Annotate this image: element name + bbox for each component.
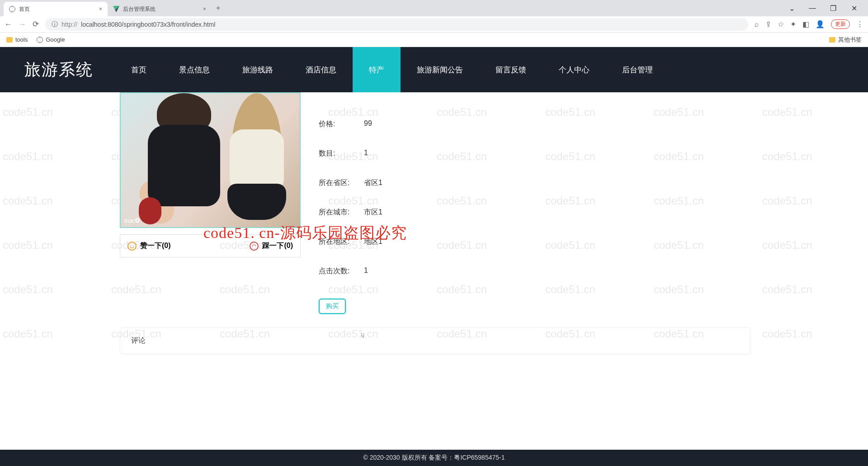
comment-section-header: 评论 <box>120 328 750 354</box>
like-label: 赞一下(0) <box>140 241 171 251</box>
browser-tab-inactive[interactable]: 后台管理系统 × <box>108 2 212 16</box>
nav-item-4[interactable]: 特产 <box>353 47 401 92</box>
bookmark-tools[interactable]: tools <box>6 36 28 43</box>
main-nav: 首页景点信息旅游线路酒店信息特产旅游新闻公告留言反馈个人中心后台管理 <box>115 47 669 92</box>
vue-icon <box>113 6 119 12</box>
url-text: localhost:8080/springboot073x3/front/ind… <box>81 21 215 28</box>
detail-value: 地区1 <box>364 237 382 247</box>
detail-label: 所在地区: <box>319 237 364 247</box>
detail-row: 所在地区:地区1 <box>319 237 382 247</box>
close-icon[interactable]: × <box>203 6 206 12</box>
tab-title: 后台管理系统 <box>123 5 156 13</box>
dislike-button[interactable]: ◠ 踩一下(0) <box>250 241 293 251</box>
smile-icon: ◡ <box>127 242 137 251</box>
detail-label: 所在城市: <box>319 208 364 217</box>
dislike-label: 踩一下(0) <box>262 241 293 251</box>
profile-icon[interactable]: 👤 <box>816 20 825 29</box>
chevron-down-icon[interactable]: ⌄ <box>781 1 802 15</box>
new-tab-button[interactable]: + <box>212 4 225 12</box>
tab-title: 首页 <box>19 5 30 13</box>
bookmark-google[interactable]: Google <box>37 36 65 43</box>
star-icon[interactable]: ☆ <box>778 20 784 29</box>
detail-row: 所在省区:省区1 <box>319 178 382 188</box>
detail-row: 价格:99 <box>319 119 382 129</box>
address-bar: ← → ⟳ ⓘ http://localhost:8080/springboot… <box>0 16 868 33</box>
bookmark-label: 其他书签 <box>838 36 862 44</box>
close-window-button[interactable]: ✕ <box>844 1 864 15</box>
info-icon: ⓘ <box>52 20 58 29</box>
detail-label: 点击次数: <box>319 266 364 276</box>
product-image: mac✿ <box>120 92 301 228</box>
detail-value: 市区1 <box>364 208 382 217</box>
nav-item-1[interactable]: 景点信息 <box>163 47 226 92</box>
share-icon[interactable]: ⇪ <box>765 20 771 29</box>
detail-value: 省区1 <box>364 178 382 188</box>
nav-item-2[interactable]: 旅游线路 <box>226 47 289 92</box>
bookmark-label: tools <box>15 36 28 43</box>
rating-box: ◡ 赞一下(0) ◠ 踩一下(0) <box>120 234 301 257</box>
url-input[interactable]: ⓘ http://localhost:8080/springboot073x3/… <box>45 18 748 31</box>
browser-tab-active[interactable]: 首页 × <box>4 2 108 16</box>
detail-value: 1 <box>364 266 368 276</box>
nav-item-7[interactable]: 个人中心 <box>542 47 606 92</box>
detail-value: 1 <box>364 149 368 158</box>
product-detail: mac✿ ◡ 赞一下(0) ◠ 踩一下(0) 价格:99数目:1所在省区:省区1… <box>0 92 868 314</box>
nav-item-6[interactable]: 留言反馈 <box>479 47 542 92</box>
nav-item-0[interactable]: 首页 <box>115 47 163 92</box>
url-scheme: http:// <box>61 21 77 28</box>
product-left-column: mac✿ ◡ 赞一下(0) ◠ 踩一下(0) <box>120 92 301 314</box>
minimize-button[interactable]: — <box>802 1 823 15</box>
detail-label: 所在省区: <box>319 178 364 188</box>
window-controls: ⌄ — ❐ ✕ <box>781 1 864 15</box>
nav-item-5[interactable]: 旅游新闻公告 <box>401 47 479 92</box>
bookmark-other[interactable]: 其他书签 <box>829 36 862 44</box>
detail-row: 数目:1 <box>319 149 382 158</box>
buy-button[interactable]: 购买 <box>319 299 346 314</box>
globe-icon <box>37 37 43 43</box>
forward-button[interactable]: → <box>19 20 26 29</box>
folder-icon <box>6 37 13 43</box>
folder-icon <box>829 37 835 43</box>
nav-item-3[interactable]: 酒店信息 <box>289 47 353 92</box>
browser-chrome: 首页 × 后台管理系统 × + ⌄ — ❐ ✕ ← → ⟳ ⓘ http://l… <box>0 0 868 47</box>
key-icon[interactable]: ⌕ <box>755 20 759 29</box>
image-signature: mac✿ <box>124 217 140 224</box>
product-details-column: 价格:99数目:1所在省区:省区1所在城市:市区1所在地区:地区1点击次数:1购… <box>319 92 382 314</box>
extensions-icon[interactable]: ✦ <box>790 20 796 29</box>
site-footer: © 2020-2030 版权所有 备案号：粤ICP65985475-1 <box>0 450 868 466</box>
close-icon[interactable]: × <box>99 6 102 12</box>
back-button[interactable]: ← <box>5 20 12 29</box>
frown-icon: ◠ <box>250 242 259 251</box>
detail-label: 价格: <box>319 119 364 129</box>
side-panel-icon[interactable]: ◧ <box>802 20 809 29</box>
detail-row: 点击次数:1 <box>319 266 382 276</box>
menu-icon[interactable]: ⋮ <box>856 20 863 29</box>
site-header: 旅游系统 首页景点信息旅游线路酒店信息特产旅游新闻公告留言反馈个人中心后台管理 <box>0 47 868 92</box>
maximize-button[interactable]: ❐ <box>823 1 844 15</box>
tab-bar: 首页 × 后台管理系统 × + ⌄ — ❐ ✕ <box>0 0 868 16</box>
nav-item-8[interactable]: 后台管理 <box>606 47 669 92</box>
detail-value: 99 <box>364 119 372 129</box>
bookmarks-bar: tools Google 其他书签 <box>0 33 868 47</box>
update-button[interactable]: 更新 <box>831 19 850 29</box>
detail-row: 所在城市:市区1 <box>319 208 382 217</box>
page-content: code51.cncode51.cncode51.cncode51.cncode… <box>0 92 868 450</box>
reload-button[interactable]: ⟳ <box>33 19 39 29</box>
globe-icon <box>9 6 15 12</box>
toolbar-icons: ⌕ ⇪ ☆ ✦ ◧ 👤 更新 ⋮ <box>755 19 863 29</box>
detail-label: 数目: <box>319 149 364 158</box>
bookmark-label: Google <box>46 36 65 43</box>
site-logo: 旅游系统 <box>0 59 115 81</box>
like-button[interactable]: ◡ 赞一下(0) <box>127 241 171 251</box>
